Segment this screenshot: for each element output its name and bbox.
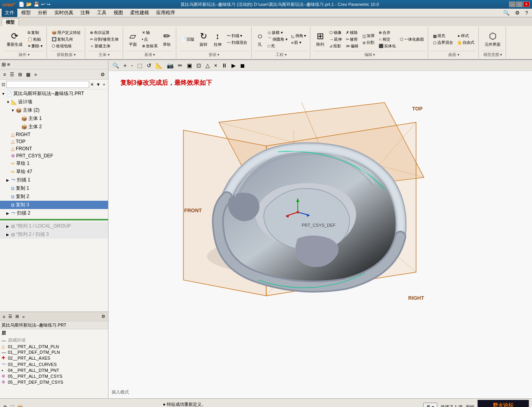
csys-datum-btn[interactable]: ⊕ 坐标系	[140, 43, 159, 49]
tree-file-arrow[interactable]: ▼	[2, 92, 6, 96]
regenerate-btn[interactable]: ⟳ 重新生成	[4, 30, 25, 49]
open-btn[interactable]: 📂	[26, 2, 32, 7]
search-clear-btn[interactable]: ✕	[89, 82, 95, 88]
view-orient-btn[interactable]: 📐	[154, 62, 164, 69]
split-btn[interactable]: ✂ 分割/修剪主体	[88, 36, 120, 43]
sweep-blend-btn[interactable]: 〰 扫描混合	[225, 39, 249, 46]
freestyle-btn[interactable]: 🖐 自由式	[455, 39, 476, 46]
copy-btn[interactable]: ⧉ 复制	[26, 30, 44, 36]
user-def-btn[interactable]: 📦 用户定义特征	[50, 30, 82, 36]
redo-btn[interactable]: ↪	[47, 2, 50, 7]
shrink-btn[interactable]: ⬡ 收缩包络	[50, 43, 82, 49]
pause-btn[interactable]: ⏸	[220, 62, 229, 69]
menu-view[interactable]: 视图	[110, 9, 126, 17]
layer-01-all-pln[interactable]: △ 01__PRT_ALL_DTM_PLN	[0, 344, 108, 349]
layer-list-btn[interactable]: ☰	[7, 314, 13, 319]
tree-copy1[interactable]: ▶ ⧉ 复制 1	[0, 184, 108, 192]
intersect-btn[interactable]: ∩ 相交	[377, 36, 398, 43]
tree-right[interactable]: ▶ △ RIGHT	[0, 131, 108, 138]
ribbon-tab-model[interactable]: 模型	[2, 18, 19, 26]
save-btn[interactable]: 💾	[34, 2, 39, 7]
new-btn[interactable]: 📄	[19, 2, 24, 7]
canvas[interactable]: 复制3修改完成后，最终效果如下	[108, 71, 532, 398]
round-btn[interactable]: ⌒ 倒圆角 ▾	[266, 36, 289, 43]
hole-btn[interactable]: ○ 孔	[255, 30, 265, 49]
layer-02-axes[interactable]: ✚ 02__PRT_ALL_AXES	[0, 355, 108, 361]
paste-btn[interactable]: 📋 粘贴	[26, 36, 44, 43]
legacy-btn[interactable]: 📄 旧版	[179, 36, 196, 43]
tree-icon[interactable]: ⊞	[2, 62, 6, 67]
tree-sketch47[interactable]: ▶ ✏ 草绘 47	[0, 168, 108, 176]
minimize-btn[interactable]: ─	[509, 2, 515, 7]
sweep-btn[interactable]: 〜 扫描 ▾	[225, 33, 249, 39]
maximize-btn[interactable]: □	[516, 2, 523, 7]
pat1-arrow[interactable]: ▶	[6, 224, 11, 228]
solidify-btn[interactable]: ⬛ 实体化	[377, 43, 398, 49]
sw2-arrow[interactable]: ▶	[6, 211, 11, 215]
layer-03-curves[interactable]: 〜 03__PRT_ALL_CURVES	[0, 361, 108, 368]
zoom-out-btn[interactable]: -	[129, 62, 134, 69]
tree-pattern2[interactable]: ▶ ⊞ *阵列 2 / 扫描 3	[0, 230, 108, 239]
shell-btn[interactable]: □ 壳	[266, 43, 289, 49]
tree-sweep1[interactable]: ▶ 〜 扫描 1	[0, 176, 108, 184]
layer-icon-btn[interactable]: ≡	[7, 62, 10, 67]
style-btn[interactable]: ✦ 样式	[455, 33, 476, 39]
mirror-btn[interactable]: ⬡ 镜像	[328, 30, 343, 36]
body-group-arrow[interactable]: ▼	[11, 108, 16, 112]
search-btn[interactable]: ▼	[95, 82, 102, 87]
menu-simulation[interactable]: 实时仿真	[51, 9, 77, 17]
layer-add-btn[interactable]: ≡	[2, 314, 6, 319]
menu-model[interactable]: 模型	[18, 9, 34, 17]
pan-btn[interactable]: ⬚	[136, 62, 144, 69]
delete-btn[interactable]: ✕ 删除 ▾	[26, 43, 44, 49]
tree-sweep2[interactable]: ▶ 〜 扫描 2	[0, 209, 108, 217]
merge-btn[interactable]: ⊕ 合并	[377, 30, 398, 36]
revolve-btn[interactable]: ↻ 旋转	[197, 30, 210, 49]
play-btn[interactable]: ▶	[230, 62, 237, 69]
tree-csys[interactable]: ▶ ⊕ PRT_CSYS_DEF	[0, 152, 108, 159]
thicken-btn[interactable]: ◫ 加厚	[361, 33, 376, 39]
datum-display-btn[interactable]: △	[204, 62, 211, 69]
layer-more-btn[interactable]: »	[21, 314, 26, 319]
layer-settings-btn[interactable]: ⚙	[100, 314, 106, 319]
close-btn[interactable]: ✕	[523, 2, 530, 7]
unify-btn[interactable]: ⬡ 一体化曲面	[398, 36, 426, 43]
menu-flexible[interactable]: 柔性建模	[127, 9, 152, 17]
zoom-in-btn[interactable]: +	[122, 62, 128, 69]
tree-body2[interactable]: ▶ 📦 主体 2	[0, 123, 108, 131]
tree-body-group[interactable]: ▼ 📦 主体 (2)	[0, 106, 108, 114]
sketch-btn[interactable]: ✏	[176, 62, 184, 69]
remove-btn[interactable]: ✗ 移除	[344, 30, 360, 36]
component-interface-btn[interactable]: ⬡ 元件界面	[482, 30, 503, 49]
axis-btn[interactable]: ✕ 轴	[140, 30, 159, 36]
tree-copy2[interactable]: ▶ ⧉ 复制 2	[0, 192, 108, 201]
divide-btn[interactable]: ⊘ 分割	[361, 39, 376, 46]
tree-pattern1[interactable]: ▶ ⊞ *阵列 1 / LOCAL_GROUP	[0, 222, 108, 230]
zoom-fit-btn[interactable]: 🔍	[111, 62, 121, 69]
project-btn[interactable]: ⊿ 投影	[328, 43, 343, 49]
fill-btn[interactable]: ▦ 填充	[431, 33, 455, 39]
layer-04-pnt[interactable]: • 04__PRT_ALL_DTM_PNT	[0, 368, 108, 373]
stop-btn[interactable]: ◼	[239, 62, 246, 69]
pattern-btn[interactable]: ⊞ 阵列	[314, 30, 327, 49]
plane-btn[interactable]: ▱ 平面	[126, 30, 140, 49]
annotation-btn[interactable]: ×	[213, 62, 219, 69]
layer-hidden[interactable]: — 隐藏的项	[0, 337, 108, 344]
add-search-btn[interactable]: +	[102, 82, 106, 87]
menu-analysis[interactable]: 分析	[35, 9, 50, 17]
search-input[interactable]	[6, 81, 89, 88]
design-arrow[interactable]: ▼	[6, 100, 11, 104]
menu-tools[interactable]: 工具	[94, 9, 110, 17]
boolean-btn[interactable]: ⊕ 布尔运算	[88, 30, 120, 36]
help-icon[interactable]: ?	[523, 9, 530, 17]
view-refit-btn[interactable]: 📷	[165, 62, 175, 69]
layer-view-btn[interactable]: ⊞	[14, 314, 20, 319]
tree-expand-btn[interactable]: ≡	[2, 71, 7, 78]
tree-body1[interactable]: ▶ 📦 主体 1	[0, 114, 108, 123]
display-mode-btn[interactable]: ▣	[185, 62, 194, 69]
rib-btn[interactable]: ≡ 筋 ▾	[290, 39, 308, 46]
pat2-arrow[interactable]: ▶	[6, 233, 11, 237]
tree-front[interactable]: ▶ △ FRONT	[0, 145, 108, 152]
sketch-datum-btn[interactable]: ✏ 草绘	[160, 30, 174, 49]
extrude-btn[interactable]: ↕ 拉伸	[211, 30, 224, 49]
